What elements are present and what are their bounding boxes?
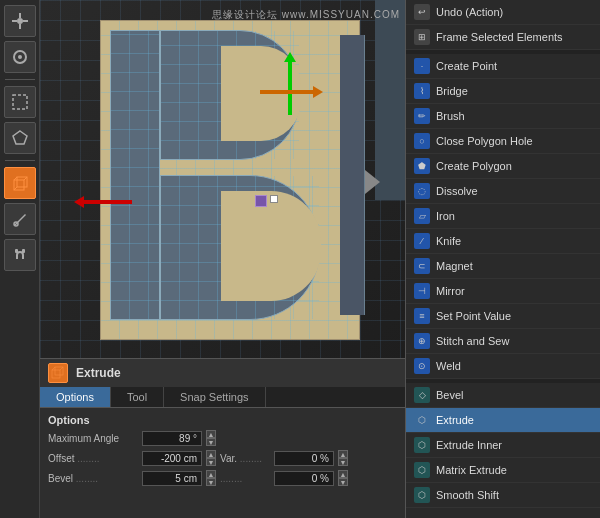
menu-item-extrude[interactable]: ⬡ Extrude [406, 408, 600, 433]
param-spinner-up-bevel[interactable]: ▲ [206, 470, 216, 478]
svg-marker-8 [13, 131, 27, 144]
tab-tool[interactable]: Tool [111, 387, 164, 407]
param-label-max-angle: Maximum Angle [48, 433, 138, 444]
gizmo-x-arrow[interactable] [260, 90, 315, 94]
b-bottom-hole [221, 191, 321, 301]
menu-label-bevel: Bevel [436, 389, 592, 401]
menu-item-extrude-inner[interactable]: ⬡ Extrude Inner [406, 433, 600, 458]
param-var-spinners-bevel[interactable]: ▲ ▼ [338, 470, 348, 486]
menu-label-extrude-inner: Extrude Inner [436, 439, 592, 451]
param-value-max-angle[interactable]: 89 ° [142, 431, 202, 446]
create-point-icon: · [414, 58, 430, 74]
menu-item-close-polygon[interactable]: ○ Close Polygon Hole [406, 129, 600, 154]
mirror-icon: ⊣ [414, 283, 430, 299]
param-label-bevel: Bevel ........ [48, 473, 138, 484]
param-value-offset[interactable]: -200 cm [142, 451, 202, 466]
brush-icon: ✏ [414, 108, 430, 124]
param-spinner-down-bevel[interactable]: ▼ [206, 478, 216, 486]
svg-point-6 [18, 55, 22, 59]
menu-label-frame: Frame Selected Elements [436, 31, 592, 43]
param-label-offset: Offset ........ [48, 453, 138, 464]
menu-label-knife: Knife [436, 235, 592, 247]
left-toolbar [0, 0, 40, 518]
b-bottom-bump [160, 175, 320, 320]
purple-cube-handle[interactable] [255, 195, 267, 207]
iron-icon: ▱ [414, 208, 430, 224]
b-side-right [340, 35, 365, 315]
param-value-bevel[interactable]: 5 cm [142, 471, 202, 486]
param-spinner-up-offset[interactable]: ▲ [206, 450, 216, 458]
bottom-panel: Extrude Options Tool Snap Settings Optio… [40, 358, 410, 518]
param-spinner-down-max-angle[interactable]: ▼ [206, 438, 216, 446]
toolbar-separator-2 [5, 160, 35, 161]
tab-options[interactable]: Options [40, 387, 111, 407]
menu-label-brush: Brush [436, 110, 592, 122]
white-square-handle[interactable] [270, 195, 278, 203]
menu-item-bridge[interactable]: ⌇ Bridge [406, 79, 600, 104]
param-var-spinner-down-offset[interactable]: ▼ [338, 458, 348, 466]
menu-label-create-polygon: Create Polygon [436, 160, 592, 172]
menu-item-iron[interactable]: ▱ Iron [406, 204, 600, 229]
menu-item-undo[interactable]: ↩ Undo (Action) [406, 0, 600, 25]
menu-item-frame[interactable]: ⊞ Frame Selected Elements [406, 25, 600, 50]
viewport[interactable]: 思缘设计论坛 www.MISSYUAN.COM [40, 0, 410, 360]
panel-icon [48, 363, 68, 383]
param-spinner-up-max-angle[interactable]: ▲ [206, 430, 216, 438]
stitch-icon: ⊕ [414, 333, 430, 349]
menu-item-brush[interactable]: ✏ Brush [406, 104, 600, 129]
menu-item-set-point[interactable]: ≡ Set Point Value [406, 304, 600, 329]
toolbar-btn-knife[interactable] [4, 203, 36, 235]
transform-gizmo[interactable] [260, 60, 320, 140]
menu-item-knife[interactable]: ∕ Knife [406, 229, 600, 254]
param-spinners-offset[interactable]: ▲ ▼ [206, 450, 216, 466]
menu-label-extrude: Extrude [436, 414, 592, 426]
param-spinners-max-angle[interactable]: ▲ ▼ [206, 430, 216, 446]
panel-header: Extrude [40, 359, 410, 387]
smooth-shift-icon: ⬡ [414, 487, 430, 503]
svg-line-20 [60, 367, 63, 370]
param-var-value-offset[interactable]: 0 % [274, 451, 334, 466]
param-var-spinner-down-bevel[interactable]: ▼ [338, 478, 348, 486]
menu-item-dissolve[interactable]: ◌ Dissolve [406, 179, 600, 204]
menu-label-weld: Weld [436, 360, 592, 372]
menu-item-bevel[interactable]: ◇ Bevel [406, 383, 600, 408]
param-var-spinner-up-offset[interactable]: ▲ [338, 450, 348, 458]
menu-label-matrix-extrude: Matrix Extrude [436, 464, 592, 476]
menu-item-weld[interactable]: ⊙ Weld [406, 354, 600, 379]
svg-point-0 [17, 18, 23, 24]
menu-label-undo: Undo (Action) [436, 6, 592, 18]
svg-rect-16 [22, 249, 25, 253]
menu-label-close-polygon: Close Polygon Hole [436, 135, 592, 147]
panel-section-title: Options [48, 414, 402, 426]
menu-label-dissolve: Dissolve [436, 185, 592, 197]
knife-icon: ∕ [414, 233, 430, 249]
param-var-value-bevel[interactable]: 0 % [274, 471, 334, 486]
toolbar-btn-polygon[interactable] [4, 122, 36, 154]
menu-item-mirror[interactable]: ⊣ Mirror [406, 279, 600, 304]
svg-rect-17 [52, 370, 60, 378]
menu-item-create-polygon[interactable]: ⬟ Create Polygon [406, 154, 600, 179]
gizmo-y-arrow[interactable] [288, 60, 292, 115]
toolbar-btn-rotate[interactable] [4, 41, 36, 73]
letter-b-3d [90, 10, 370, 350]
menu-item-smooth-shift[interactable]: ⬡ Smooth Shift [406, 483, 600, 508]
toolbar-btn-magnet[interactable] [4, 239, 36, 271]
menu-label-set-point: Set Point Value [436, 310, 592, 322]
param-var-spinner-up-bevel[interactable]: ▲ [338, 470, 348, 478]
create-polygon-icon: ⬟ [414, 158, 430, 174]
param-spinner-down-offset[interactable]: ▼ [206, 458, 216, 466]
menu-label-bridge: Bridge [436, 85, 592, 97]
menu-item-magnet[interactable]: ⊂ Magnet [406, 254, 600, 279]
menu-item-create-point[interactable]: · Create Point [406, 54, 600, 79]
toolbar-btn-select[interactable] [4, 86, 36, 118]
close-polygon-icon: ○ [414, 133, 430, 149]
menu-item-stitch[interactable]: ⊕ Stitch and Sew [406, 329, 600, 354]
menu-item-matrix-extrude[interactable]: ⬡ Matrix Extrude [406, 458, 600, 483]
toolbar-btn-extrude[interactable] [4, 167, 36, 199]
param-spinners-bevel[interactable]: ▲ ▼ [206, 470, 216, 486]
weld-icon: ⊙ [414, 358, 430, 374]
svg-rect-3 [12, 20, 17, 22]
toolbar-btn-move[interactable] [4, 5, 36, 37]
tab-snap-settings[interactable]: Snap Settings [164, 387, 266, 407]
param-var-spinners-offset[interactable]: ▲ ▼ [338, 450, 348, 466]
